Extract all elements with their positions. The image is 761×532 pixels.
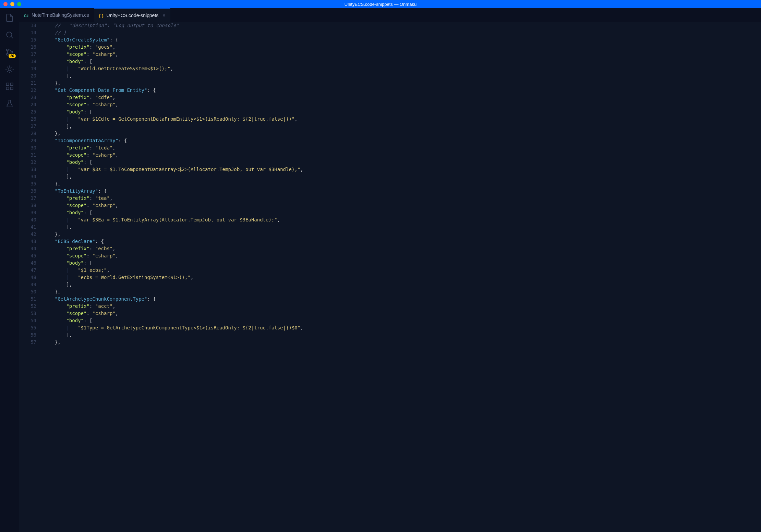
line-number: 42: [19, 231, 36, 238]
line-number: 29: [19, 137, 36, 144]
close-window-icon[interactable]: [3, 2, 8, 6]
code-line: },: [43, 288, 747, 295]
tab-label: NoteTimeBakingSystem.cs: [32, 12, 89, 18]
code-line: "prefix": "ecbs",: [43, 245, 747, 252]
line-number: 56: [19, 331, 36, 339]
line-number: 49: [19, 281, 36, 288]
close-icon[interactable]: ×: [162, 13, 165, 18]
debug-icon[interactable]: [5, 64, 14, 74]
code-line: | "World.GetOrCreateSystem<$1>();",: [43, 65, 747, 72]
line-number: 22: [19, 87, 36, 94]
svg-point-4: [8, 68, 11, 71]
code-line: // "description": "Log output to console…: [43, 22, 747, 29]
line-number: 39: [19, 209, 36, 216]
line-number: 27: [19, 123, 36, 130]
line-number: 36: [19, 188, 36, 195]
code-line: "GetArchetypeChunkComponentType": {: [43, 295, 747, 303]
line-number: 26: [19, 116, 36, 123]
line-number: 57: [19, 339, 36, 346]
line-number: 34: [19, 173, 36, 180]
line-number: 50: [19, 288, 36, 295]
line-number: 48: [19, 274, 36, 281]
line-number: 25: [19, 108, 36, 116]
code-line: "body": [: [43, 209, 747, 216]
code-line: "Get Component Data From Entity": {: [43, 87, 747, 94]
line-number: 21: [19, 80, 36, 87]
code-line: | "$1Type = GetArchetypeChunkComponentTy…: [43, 324, 747, 331]
line-number: 32: [19, 159, 36, 166]
svg-point-3: [11, 51, 13, 53]
code-line: | "var $3Ea = $1.ToEntityArray(Allocator…: [43, 216, 747, 223]
line-number: 55: [19, 324, 36, 331]
code-line: | "var $1Cdfe = GetComponentDataFromEnti…: [43, 116, 747, 123]
code-line: ],: [43, 123, 747, 130]
code-line: "scope": "csharp",: [43, 101, 747, 108]
code-line: "prefix": "acct",: [43, 303, 747, 310]
code-line: "scope": "csharp",: [43, 202, 747, 209]
code-line: "prefix": "tea",: [43, 195, 747, 202]
line-number: 19: [19, 65, 36, 72]
svg-point-0: [7, 32, 12, 37]
code-editor[interactable]: 1314151617181920212223242526272829303132…: [19, 22, 761, 532]
code-line: "prefix": "cdfe",: [43, 94, 747, 101]
explorer-icon[interactable]: [5, 13, 14, 23]
code-line: | "ecbs = World.GetExistingSystem<$1>();…: [43, 274, 747, 281]
line-number: 40: [19, 216, 36, 223]
line-number: 14: [19, 29, 36, 36]
code-line: },: [43, 231, 747, 238]
code-line: ],: [43, 331, 747, 339]
line-number: 37: [19, 195, 36, 202]
code-line: "scope": "csharp",: [43, 51, 747, 58]
tab-notetimebakingsystem-cs[interactable]: NoteTimeBakingSystem.cs: [19, 8, 94, 22]
svg-rect-7: [6, 87, 9, 90]
code-line: "prefix": "gocs",: [43, 44, 747, 51]
code-line: },: [43, 130, 747, 137]
line-number: 33: [19, 166, 36, 173]
line-number: 13: [19, 22, 36, 29]
code-content[interactable]: // "description": "Log output to console…: [43, 22, 761, 532]
window-title: UnityECS.code-snippets — Onmaku: [345, 2, 416, 7]
line-number: 53: [19, 310, 36, 317]
code-line: ],: [43, 281, 747, 288]
minimize-window-icon[interactable]: [10, 2, 14, 6]
line-number: 54: [19, 317, 36, 324]
source-control-icon[interactable]: 26: [5, 47, 14, 57]
line-number: 35: [19, 180, 36, 188]
code-line: },: [43, 80, 747, 87]
tab-bar: NoteTimeBakingSystem.cs{ }UnityECS.code-…: [19, 8, 761, 22]
code-line: "body": [: [43, 58, 747, 65]
search-icon[interactable]: [5, 30, 14, 40]
line-number: 20: [19, 72, 36, 80]
flask-icon[interactable]: [5, 99, 14, 108]
line-gutter: 1314151617181920212223242526272829303132…: [19, 22, 43, 532]
activity-bar: 26: [0, 8, 19, 532]
code-line: "scope": "csharp",: [43, 152, 747, 159]
svg-rect-5: [6, 83, 9, 86]
code-line: },: [43, 339, 747, 346]
line-number: 46: [19, 259, 36, 267]
line-number: 28: [19, 130, 36, 137]
code-line: ],: [43, 173, 747, 180]
svg-point-1: [7, 49, 8, 51]
tab-unityecs-code-snippets[interactable]: { }UnityECS.code-snippets×: [94, 8, 171, 22]
code-line: // }: [43, 29, 747, 36]
code-line: ],: [43, 223, 747, 231]
code-line: "GetOrCreateSystem": {: [43, 36, 747, 44]
code-line: "body": [: [43, 159, 747, 166]
line-number: 16: [19, 44, 36, 51]
line-number: 38: [19, 202, 36, 209]
maximize-window-icon[interactable]: [17, 2, 21, 6]
braces-icon: { }: [99, 13, 104, 18]
line-number: 17: [19, 51, 36, 58]
line-number: 47: [19, 267, 36, 274]
scm-badge: 26: [9, 54, 16, 58]
extensions-icon[interactable]: [5, 82, 14, 91]
code-line: "scope": "csharp",: [43, 252, 747, 259]
line-number: 41: [19, 223, 36, 231]
titlebar: UnityECS.code-snippets — Onmaku: [0, 0, 761, 8]
line-number: 45: [19, 252, 36, 259]
svg-rect-6: [10, 83, 13, 86]
code-line: "ECBS declare": {: [43, 238, 747, 245]
line-number: 43: [19, 238, 36, 245]
line-number: 24: [19, 101, 36, 108]
